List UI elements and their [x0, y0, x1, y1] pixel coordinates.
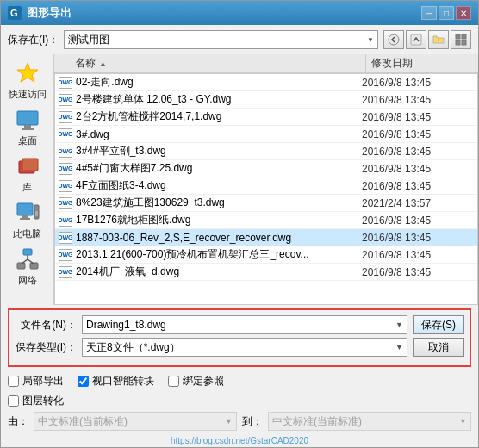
layer-title-row: 图层转化 [8, 394, 471, 408]
svg-rect-21 [17, 263, 25, 269]
to-selector: 中文标准(当前标准) ▼ [268, 412, 471, 431]
folder-selector[interactable]: 测试用图 ▼ [64, 30, 378, 49]
file-icon: DWG [59, 232, 72, 244]
filetype-value: 天正8文件（*.dwg） [86, 340, 395, 355]
table-row[interactable]: DWG3#.dwg2016/9/8 13:45 [55, 126, 477, 143]
file-date: 2016/9/8 13:45 [362, 163, 474, 175]
file-icon: DWG [59, 128, 72, 140]
table-row[interactable]: DWG02-走向.dwg2016/9/8 13:45 [55, 74, 477, 91]
svg-rect-22 [30, 263, 38, 269]
table-row[interactable]: DWG4#5#门窗大样图7.25.dwg2016/9/8 13:45 [55, 160, 477, 177]
app-icon: G [8, 6, 22, 20]
minimize-button[interactable]: ─ [421, 6, 437, 20]
desktop-label: 桌面 [18, 134, 37, 147]
filename-row: 文件名(N)： ▼ 保存(S) [15, 315, 464, 334]
file-icon: DWG [59, 180, 72, 192]
close-button[interactable]: ✕ [456, 6, 471, 20]
filetype-dropdown-arrow: ▼ [395, 343, 403, 352]
svg-rect-7 [456, 40, 460, 45]
library-label: 库 [22, 181, 32, 194]
table-row[interactable]: DWG3#4#平立剖_t3.dwg2016/9/8 13:45 [55, 143, 477, 160]
sidebar-item-quick-access[interactable]: 快速访问 [3, 58, 52, 103]
from-selector: 中文标准(当前标准) ▼ [34, 412, 237, 431]
sidebar-item-library[interactable]: 库 [3, 151, 52, 196]
table-row[interactable]: DWG1887-003-06_Rev_2,S,E_recover_recover… [55, 229, 477, 246]
view-mode-button[interactable] [451, 30, 471, 49]
to-arrow: ▼ [459, 417, 467, 426]
sidebar-item-computer[interactable]: 此电脑 [3, 197, 52, 242]
partial-export-checkbox[interactable] [8, 376, 19, 387]
layer-section: 图层转化 由： 中文标准(当前标准) ▼ 到： 中文标准(当前标准) ▼ [1, 392, 478, 434]
new-folder-button[interactable]: + [428, 30, 449, 49]
network-icon [14, 246, 41, 272]
file-name: 17B1276就地柜图纸.dwg [76, 213, 362, 227]
nav-buttons: + [383, 30, 471, 49]
file-icon: DWG [59, 266, 72, 278]
table-row[interactable]: DWG2013.1.21(600-700)预冷机布置机架汇总三_recov...… [55, 246, 477, 264]
main-area: 快速访问 桌面 库 [1, 54, 478, 305]
svg-text:G: G [10, 8, 18, 18]
filename-input[interactable] [86, 319, 395, 331]
to-value: 中文标准(当前标准) [272, 414, 362, 429]
computer-icon [14, 199, 41, 226]
file-date: 2016/9/8 13:45 [362, 111, 474, 123]
desktop-icon [14, 106, 41, 133]
file-list-header: 名称 ▲ 修改日期 [54, 54, 478, 73]
from-value: 中文标准(当前标准) [38, 414, 128, 429]
column-date[interactable]: 修改日期 [366, 54, 478, 72]
network-label: 网络 [18, 274, 37, 287]
viewport-convert-option[interactable]: 视口智能转块 [78, 374, 154, 389]
library-icon [14, 152, 41, 179]
sidebar-item-desktop[interactable]: 桌面 [3, 104, 52, 149]
file-icon: DWG [59, 249, 72, 261]
file-date: 2016/9/8 13:45 [362, 180, 474, 192]
up-button[interactable] [406, 30, 426, 49]
svg-point-2 [389, 34, 399, 45]
file-list[interactable]: DWG02-走向.dwg2016/9/8 13:45DWG2号楼建筑单体 12.… [54, 73, 478, 305]
folder-dropdown-arrow: ▼ [367, 36, 374, 44]
file-name: 4#5#门窗大样图7.25.dwg [76, 161, 362, 176]
svg-rect-14 [22, 159, 38, 171]
file-panel: 名称 ▲ 修改日期 DWG02-走向.dwg2016/9/8 13:45DWG2… [54, 54, 478, 305]
sort-arrow: ▲ [99, 59, 107, 68]
file-icon: DWG [59, 197, 72, 209]
file-date: 2016/9/8 13:45 [362, 128, 474, 140]
table-row[interactable]: DWG2014机厂_液氧_d.dwg2016/9/8 13:45 [55, 264, 477, 281]
svg-rect-12 [22, 128, 34, 130]
layer-conversion-checkbox[interactable] [8, 395, 19, 407]
svg-rect-8 [462, 40, 466, 45]
viewport-convert-checkbox[interactable] [78, 376, 89, 387]
cancel-button[interactable]: 取消 [413, 338, 464, 357]
file-date: 2016/9/8 13:45 [362, 232, 474, 244]
filetype-selector[interactable]: 天正8文件（*.dwg） ▼ [82, 338, 407, 357]
filename-dropdown-arrow: ▼ [395, 320, 403, 329]
table-row[interactable]: DWG8%23建筑施工图130629_t3.dwg2021/2/4 13:57 [55, 195, 477, 212]
bind-references-option[interactable]: 绑定参照 [168, 374, 224, 389]
maximize-button[interactable]: □ [439, 6, 454, 20]
table-row[interactable]: DWG2号楼建筑单体 12.06_t3 - GY.dwg2016/9/8 13:… [55, 91, 477, 109]
sidebar: 快速访问 桌面 库 [1, 54, 54, 305]
table-row[interactable]: DWG17B1276就地柜图纸.dwg2016/9/8 13:45 [55, 212, 477, 229]
table-row[interactable]: DWG2台2方机管桩搅拌2014,7,1.dwg2016/9/8 13:45 [55, 109, 477, 126]
filename-input-wrapper[interactable]: ▼ [82, 315, 407, 334]
quick-access-label: 快速访问 [9, 88, 47, 101]
svg-marker-9 [17, 63, 38, 82]
toolbar-row: 保存在(I)： 测试用图 ▼ + [1, 25, 478, 54]
file-date: 2016/9/8 13:45 [362, 266, 474, 278]
file-icon: DWG [59, 94, 72, 106]
from-label: 由： [8, 414, 28, 429]
window-controls[interactable]: ─ □ ✕ [421, 6, 471, 20]
column-name[interactable]: 名称 ▲ [54, 54, 366, 72]
partial-export-label: 局部导出 [22, 374, 64, 389]
file-icon: DWG [59, 111, 72, 123]
back-button[interactable] [383, 30, 404, 49]
svg-rect-10 [17, 111, 38, 125]
file-name: 1887-003-06_Rev_2,S,E_recover_recover.dw… [76, 232, 362, 244]
partial-export-option[interactable]: 局部导出 [8, 374, 64, 389]
bind-references-checkbox[interactable] [168, 376, 179, 387]
sidebar-item-network[interactable]: 网络 [3, 244, 52, 289]
svg-rect-19 [35, 211, 38, 216]
table-row[interactable]: DWG4F立面图纸3-4.dwg2016/9/8 13:45 [55, 177, 477, 195]
save-button[interactable]: 保存(S) [413, 315, 464, 334]
file-date: 2021/2/4 13:57 [362, 197, 474, 209]
